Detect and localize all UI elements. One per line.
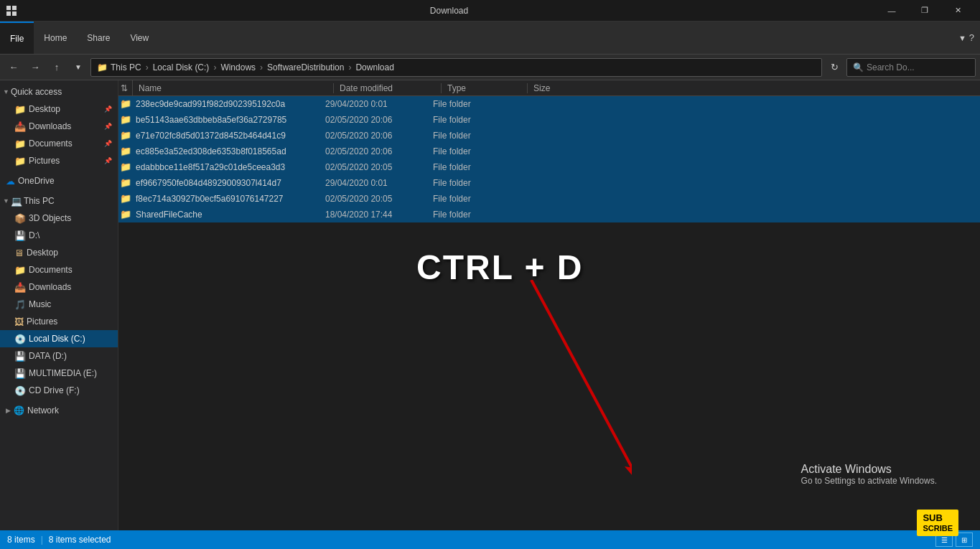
sidebar-item-local-disk-c[interactable]: 💿 Local Disk (C:) <box>0 330 118 347</box>
file-row-date: 29/04/2020 0:01 <box>319 178 427 188</box>
sidebar-label: Documents <box>29 265 73 275</box>
this-pc-header[interactable]: ▼ 💻 This PC <box>0 192 118 210</box>
svg-rect-3 <box>12 11 17 16</box>
file-row-name: be51143aae63dbbeb8a5ef36a2729785 <box>133 115 319 125</box>
file-row-name: ec885e3a52ed308de6353b8f018565ad <box>133 146 319 156</box>
title-bar: Download — ❐ ✕ <box>0 0 980 22</box>
folder-icon: 🖼 <box>14 316 24 327</box>
file-row-type: File folder <box>427 162 513 172</box>
sidebar-item-documents[interactable]: 📁 Documents <box>0 261 118 278</box>
status-bar: 8 items | 8 items selected ☰ ⊞ <box>0 530 980 549</box>
sidebar-item-network[interactable]: ▶ 🌐 Network <box>0 402 118 419</box>
sidebar-item-pictures[interactable]: 🖼 Pictures <box>0 313 118 330</box>
col-header-type[interactable]: Type <box>442 83 528 93</box>
folder-icon: 🎵 <box>14 299 26 310</box>
folder-icon: 📥 <box>14 282 26 293</box>
refresh-button[interactable]: ↻ <box>825 58 844 77</box>
grid-view-button[interactable]: ⊞ <box>956 532 973 547</box>
sidebar-item-desktop-quick[interactable]: 📁 Desktop 📌 <box>0 100 118 118</box>
quick-access-header[interactable]: ▼ Quick access <box>0 83 118 100</box>
list-view-button[interactable]: ☰ <box>935 532 953 547</box>
sidebar-item-3dobjects[interactable]: 📦 3D Objects <box>0 210 118 227</box>
folder-icon: 📥 <box>14 121 26 132</box>
sidebar-label: D:\ <box>29 230 39 240</box>
sidebar-label: Pictures <box>27 316 57 327</box>
file-row-icon: 📁 <box>118 161 133 172</box>
sort-icon[interactable]: ⇅ <box>118 80 133 96</box>
file-row-type: File folder <box>427 210 513 220</box>
sidebar-item-desktop[interactable]: 🖥 Desktop <box>0 244 118 261</box>
sidebar-item-pictures-quick[interactable]: 📁 Pictures 📌 <box>0 152 118 169</box>
maximize-button[interactable]: ❐ <box>908 0 941 22</box>
sidebar-item-music[interactable]: 🎵 Music <box>0 296 118 313</box>
sidebar-label: OneDrive <box>18 176 55 186</box>
sidebar-label: Downloads <box>29 121 71 131</box>
this-pc-label: This PC <box>24 196 55 206</box>
file-row-name: e71e702fc8d5d01372d8452b464d41c9 <box>133 131 319 141</box>
path-sep-4: › <box>348 62 351 72</box>
path-segment-thispc[interactable]: This PC <box>111 62 141 72</box>
sidebar-item-downloads-quick[interactable]: 📥 Downloads 📌 <box>0 118 118 135</box>
ribbon-tab-share[interactable]: Share <box>77 22 120 54</box>
close-button[interactable]: ✕ <box>941 0 974 22</box>
sidebar-item-downloads[interactable]: 📥 Downloads <box>0 278 118 296</box>
drive-icon: 💾 <box>14 351 26 362</box>
search-box[interactable]: 🔍 Search Do... <box>846 58 976 77</box>
table-row[interactable]: 📁 SharedFileCache 18/04/2020 17:44 File … <box>118 207 980 222</box>
address-bar: ← → ↑ ▼ 📁 This PC › Local Disk (C:) › Wi… <box>0 55 980 80</box>
network-icon: 🌐 <box>14 405 24 416</box>
file-row-icon: 📁 <box>118 130 133 141</box>
sidebar-item-d-drive[interactable]: 💾 D:\ <box>0 227 118 244</box>
file-row-icon: 📁 <box>118 146 133 156</box>
table-row[interactable]: 📁 ef9667950fe084d48929009307l414d7 29/04… <box>118 175 980 191</box>
file-row-type: File folder <box>427 99 513 109</box>
sidebar-item-onedrive[interactable]: ☁ OneDrive <box>0 172 118 189</box>
ribbon-expand-icon[interactable]: ▼ <box>958 34 966 42</box>
forward-button[interactable]: → <box>26 58 45 77</box>
up-button[interactable]: ↑ <box>47 58 66 77</box>
table-row[interactable]: 📁 238ec9de9cad991f982d902395192c0a 29/04… <box>118 96 980 112</box>
file-row-type: File folder <box>427 131 513 141</box>
table-row[interactable]: 📁 f8ec714a30927b0ecf5a691076147227 02/05… <box>118 191 980 207</box>
minimize-button[interactable]: — <box>875 0 908 22</box>
pin-icon: 📌 <box>104 105 112 113</box>
path-icon: 📁 <box>97 62 108 72</box>
file-row-icon: 📁 <box>118 209 133 220</box>
sidebar-item-data-d[interactable]: 💾 DATA (D:) <box>0 347 118 365</box>
path-segment-download[interactable]: Download <box>355 62 393 72</box>
file-row-date: 02/05/2020 20:05 <box>319 162 427 172</box>
file-row-name: f8ec714a30927b0ecf5a691076147227 <box>133 194 319 204</box>
drive-icon: 💿 <box>14 334 26 344</box>
path-segment-disk[interactable]: Local Disk (C:) <box>153 62 210 72</box>
file-row-date: 02/05/2020 20:06 <box>319 146 427 156</box>
sidebar-label: Desktop <box>27 248 58 258</box>
col-header-size[interactable]: Size <box>528 83 585 93</box>
sidebar-item-documents-quick[interactable]: 📁 Documents 📌 <box>0 135 118 152</box>
table-row[interactable]: 📁 edabbbce11e8f517a29c01de5ceea3d3 02/05… <box>118 159 980 175</box>
file-row-type: File folder <box>427 178 513 188</box>
path-segment-windows[interactable]: Windows <box>220 62 256 72</box>
table-row[interactable]: 📁 ec885e3a52ed308de6353b8f018565ad 02/05… <box>118 144 980 159</box>
sidebar-label: Music <box>29 299 51 309</box>
pin-icon: 📌 <box>104 157 112 164</box>
sidebar-item-multimedia-e[interactable]: 💾 MULTIMEDIA (E:) <box>0 365 118 382</box>
folder-icon: 📁 <box>14 139 26 149</box>
ribbon-tab-home[interactable]: Home <box>34 22 77 54</box>
table-row[interactable]: 📁 be51143aae63dbbeb8a5ef36a2729785 02/05… <box>118 112 980 128</box>
ribbon-help-icon[interactable]: ? <box>969 32 974 43</box>
ribbon-tab-view[interactable]: View <box>120 22 159 54</box>
file-row-type: File folder <box>427 146 513 156</box>
col-header-date[interactable]: Date modified <box>334 83 442 93</box>
sidebar-item-cd-drive-f[interactable]: 💿 CD Drive (F:) <box>0 382 118 399</box>
back-button[interactable]: ← <box>4 58 23 77</box>
col-header-name[interactable]: Name <box>133 83 334 93</box>
this-pc-icon: 💻 <box>11 196 22 207</box>
path-segment-softdist[interactable]: SoftwareDistribution <box>267 62 344 72</box>
sidebar-label: Network <box>27 405 59 416</box>
ribbon-tab-file[interactable]: File <box>0 22 34 54</box>
table-row[interactable]: 📁 e71e702fc8d5d01372d8452b464d41c9 02/05… <box>118 128 980 144</box>
view-controls: ☰ ⊞ <box>935 532 973 547</box>
folder-icon: 📁 <box>14 156 26 166</box>
recent-locations-button[interactable]: ▼ <box>69 58 88 77</box>
address-path[interactable]: 📁 This PC › Local Disk (C:) › Windows › … <box>90 58 822 77</box>
